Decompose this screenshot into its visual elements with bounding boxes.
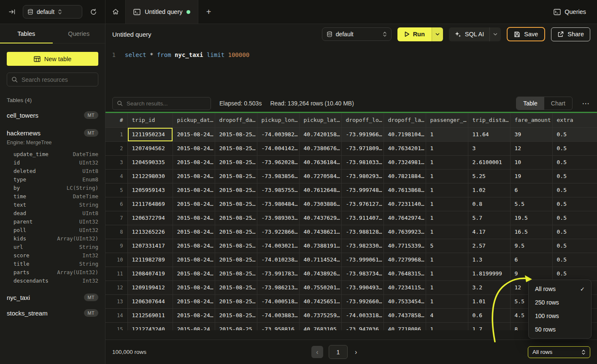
table-cell[interactable]: 2015-08-25… xyxy=(215,267,257,280)
table-cell[interactable]: 2015-08-24… xyxy=(173,211,215,225)
table-cell[interactable]: 19.5 xyxy=(510,211,552,225)
search-results-input[interactable]: Search results... xyxy=(112,97,211,110)
table-cell[interactable]: 19 xyxy=(510,169,552,183)
collapse-sidebar-button[interactable] xyxy=(6,6,18,18)
table-cell[interactable]: 2015-08-25… xyxy=(215,197,257,211)
table-cell[interactable]: 1207331417 xyxy=(127,239,173,253)
table-cell[interactable]: -73.980293… xyxy=(341,169,384,183)
table-cell[interactable]: 1206307644 xyxy=(127,294,173,308)
table-cell[interactable]: 9 xyxy=(510,267,552,280)
queries-button[interactable]: Queries xyxy=(543,0,597,24)
table-cell[interactable]: 10 xyxy=(510,155,552,169)
table-cell[interactable]: 0.5 xyxy=(552,267,597,280)
table-cell[interactable]: -73.962028… xyxy=(257,155,299,169)
prev-page-button[interactable]: ‹ xyxy=(311,346,323,358)
new-tab-button[interactable]: + xyxy=(198,0,219,24)
table-cell[interactable]: 9.5 xyxy=(510,239,552,253)
table-cell[interactable]: 40.7437858… xyxy=(384,308,426,322)
tab-untitled-query[interactable]: Untitled query xyxy=(126,0,198,24)
next-page-button[interactable]: › xyxy=(353,348,359,356)
table-cell[interactable]: 2015-08-25… xyxy=(215,155,257,169)
table-cell[interactable]: 40.7634201… xyxy=(384,141,426,155)
table-cell[interactable]: 12 xyxy=(510,141,552,155)
table-cell[interactable]: -73.991783… xyxy=(257,267,299,280)
sidebar-tab-tables[interactable]: Tables xyxy=(0,24,53,43)
table-cell[interactable]: 1212569011 xyxy=(127,308,173,322)
table-cell[interactable]: -73.980484… xyxy=(257,197,299,211)
table-cell[interactable]: 0.5 xyxy=(552,253,597,267)
sql-ai-button[interactable]: SQL AI xyxy=(449,27,489,41)
table-cell[interactable]: -73.922866… xyxy=(257,225,299,239)
dropdown-item[interactable]: 50 rows xyxy=(529,323,591,336)
table-cell[interactable]: 2015-08-25… xyxy=(215,183,257,197)
table-cell[interactable]: -74.003318… xyxy=(341,308,384,322)
column-header[interactable]: pickup_dat… xyxy=(173,113,215,127)
table-cell[interactable]: 1211982789 xyxy=(127,253,173,267)
table-cell[interactable]: -73.992660… xyxy=(341,294,384,308)
table-cell[interactable]: 0.5 xyxy=(552,127,597,141)
table-cell[interactable]: 0.5 xyxy=(552,141,597,155)
column-header[interactable]: trip_dista… xyxy=(468,113,510,127)
table-cell[interactable]: 16.5 xyxy=(510,225,552,239)
table-cell[interactable]: 2015-08-24… xyxy=(173,239,215,253)
table-cell[interactable]: 1 xyxy=(426,280,468,294)
table-cell[interactable]: 1208407419 xyxy=(127,267,173,280)
table-cell[interactable]: 40.7270584… xyxy=(299,169,341,183)
table-cell[interactable]: 40.7683105… xyxy=(299,322,341,330)
table-cell[interactable]: 2.6100001 xyxy=(468,155,510,169)
table-cell[interactable]: 4.17 xyxy=(468,225,510,239)
table-cell[interactable]: 40.7613868… xyxy=(384,183,426,197)
view-toggle-table[interactable]: Table xyxy=(516,97,544,110)
table-cell[interactable]: 1 xyxy=(426,183,468,197)
table-cell[interactable]: 2015-08-24… xyxy=(173,169,215,183)
sidebar-table-stocks-stream[interactable]: stocks_stream MT xyxy=(7,307,98,319)
table-cell[interactable]: 11.64 xyxy=(468,127,510,141)
table-cell[interactable]: 1 xyxy=(426,155,468,169)
column-row[interactable]: timeDateTime xyxy=(14,192,98,200)
table-cell[interactable]: -73.990493… xyxy=(341,280,384,294)
table-cell[interactable]: 1205959143 xyxy=(127,183,173,197)
column-row[interactable]: textString xyxy=(14,200,98,209)
table-cell[interactable]: 3 xyxy=(468,141,510,155)
sidebar-table-hackernews[interactable]: hackernews MT xyxy=(7,127,98,139)
table-cell[interactable]: 1 xyxy=(426,225,468,239)
column-row[interactable]: typeEnum8 xyxy=(14,175,98,183)
table-cell[interactable]: 40.7718086… xyxy=(384,322,426,330)
run-options-button[interactable] xyxy=(432,27,443,41)
table-cell[interactable]: -74.010238… xyxy=(257,253,299,267)
table-cell[interactable]: -73.985755… xyxy=(257,183,299,197)
table-cell[interactable]: 40.7438621… xyxy=(299,225,341,239)
table-cell[interactable]: 1 xyxy=(426,141,468,155)
tab-home[interactable] xyxy=(105,0,126,24)
table-cell[interactable]: 40.7425651… xyxy=(299,294,341,308)
sidebar-table-cell-towers[interactable]: cell_towers MT xyxy=(7,109,98,121)
table-cell[interactable]: 2015-08-24… xyxy=(173,183,215,197)
table-cell[interactable]: 1 xyxy=(426,294,468,308)
table-cell[interactable]: 40.7821884… xyxy=(384,169,426,183)
refresh-button[interactable] xyxy=(87,6,99,18)
column-row[interactable]: urlString xyxy=(14,243,98,251)
table-cell[interactable]: 1 xyxy=(426,127,468,141)
table-cell[interactable]: 2015-08-25… xyxy=(215,253,257,267)
table-cell[interactable]: 40.7234115… xyxy=(384,280,426,294)
table-cell[interactable]: 40.7648315… xyxy=(384,267,426,280)
table-cell[interactable]: 1211764869 xyxy=(127,197,173,211)
table-cell[interactable]: -73.976127… xyxy=(341,197,384,211)
column-row[interactable]: idUInt32 xyxy=(14,158,98,167)
table-cell[interactable]: 2015-08-25… xyxy=(215,211,257,225)
table-cell[interactable]: 2015-08-24… xyxy=(173,197,215,211)
column-header[interactable]: pickup_lon… xyxy=(257,113,299,127)
table-cell[interactable]: -73.911407… xyxy=(341,211,384,225)
table-cell[interactable]: -73.983734… xyxy=(341,267,384,280)
table-cell[interactable]: -73.983856… xyxy=(257,169,299,183)
table-cell[interactable]: 1 xyxy=(426,197,468,211)
table-cell[interactable]: 2015-08-24… xyxy=(173,267,215,280)
table-cell[interactable]: 40.7324981… xyxy=(384,155,426,169)
table-cell[interactable]: 2015-08-25… xyxy=(215,294,257,308)
column-header[interactable]: dropoff_lo… xyxy=(341,113,384,127)
table-cell[interactable]: 1212743240 xyxy=(127,322,173,330)
table-cell[interactable]: 0.8 xyxy=(468,197,510,211)
table-cell[interactable]: -73.988128… xyxy=(341,225,384,239)
table-cell[interactable]: -73.999061… xyxy=(341,253,384,267)
column-header[interactable]: extra xyxy=(552,113,597,127)
